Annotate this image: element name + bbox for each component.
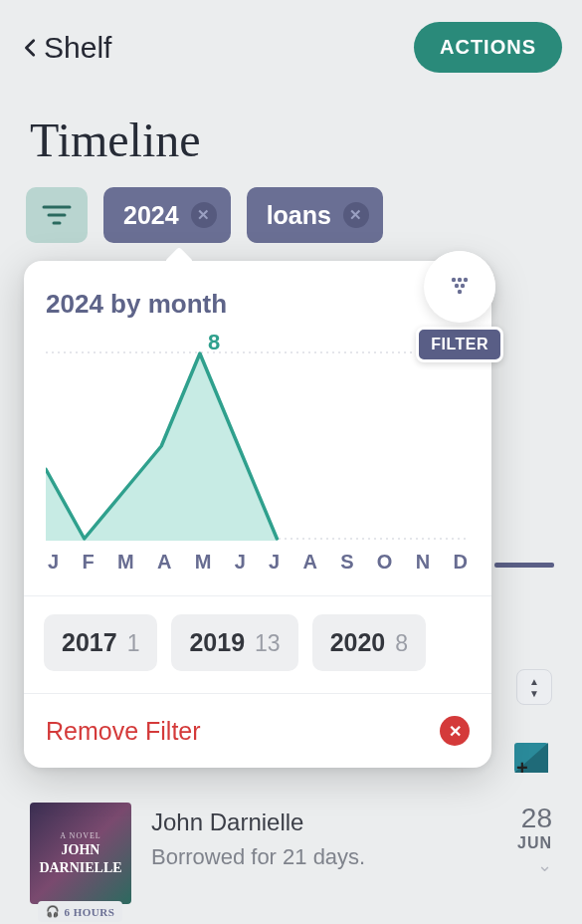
chip-label: 2024 [123,201,179,230]
axis-tick: J [269,551,280,574]
filter-chip-year[interactable]: 2024 ✕ [103,187,231,243]
filter-icon [42,203,72,227]
filter-badge[interactable]: FILTER [416,251,503,362]
popup-title: 2024 by month [46,289,470,320]
duration-badge: 🎧 6 HOURS [38,901,122,922]
stack-icon[interactable]: + [510,737,554,779]
axis-tick: S [340,551,353,574]
tab-underline [494,563,554,568]
axis-tick: J [235,551,246,574]
sort-toggle[interactable]: ▲ ▼ [516,669,552,705]
remove-filter-button[interactable]: Remove Filter ✕ [24,693,491,768]
mini-area-chart [46,351,470,541]
grapes-icon [447,274,473,300]
svg-point-8 [458,290,462,294]
year-chip-year: 2019 [189,628,245,657]
axis-tick: N [416,551,430,574]
chip-label: loans [267,201,331,230]
item-date: 28 JUN ⌄ [517,803,552,876]
axis-tick: M [117,551,134,574]
chip-remove-icon[interactable]: ✕ [343,202,369,228]
filter-chip-loans[interactable]: loans ✕ [247,187,383,243]
caret-up-icon: ▲ [529,676,539,687]
year-filter-popup: 2024 by month FILTER 8 JFMAMJJASO [24,261,491,768]
remove-filter-label: Remove Filter [46,717,201,746]
chevron-left-icon [20,32,42,64]
year-chip[interactable]: 20171 [44,614,157,671]
svg-point-6 [455,284,459,288]
back-label: Shelf [44,31,111,65]
year-chip-count: 1 [127,630,140,657]
axis-tick: A [157,551,171,574]
svg-point-5 [464,278,468,282]
back-button[interactable]: Shelf [20,31,111,65]
headphones-icon: 🎧 [46,905,61,918]
year-chip-count: 13 [255,630,281,657]
page-title: Timeline [0,83,582,187]
axis-tick: F [82,551,94,574]
svg-point-3 [452,278,456,282]
item-status: Borrowed for 21 days. [151,844,497,870]
chip-remove-icon[interactable]: ✕ [191,202,217,228]
axis-tick: M [195,551,212,574]
axis-tick: A [302,551,316,574]
axis-tick: J [48,551,59,574]
svg-text:+: + [516,757,528,779]
year-chip-count: 8 [395,630,408,657]
filter-badge-label: FILTER [416,327,503,362]
year-chip[interactable]: 201913 [171,614,297,671]
book-cover: A NOVEL JOHN DARNIELLE 🎧 6 HOURS [30,803,131,904]
timeline-item[interactable]: A NOVEL JOHN DARNIELLE 🎧 6 HOURS John Da… [30,803,552,904]
chart-axis-labels: JFMAMJJASOND [46,545,470,585]
year-list: 2017120191320208 [24,595,491,693]
year-chip-year: 2017 [62,628,117,657]
year-chip-year: 2020 [330,628,386,657]
svg-point-7 [461,284,465,288]
axis-tick: O [377,551,393,574]
actions-button[interactable]: ACTIONS [414,22,562,73]
axis-tick: D [453,551,467,574]
chevron-down-icon[interactable]: ⌄ [517,854,552,876]
caret-down-icon: ▼ [529,688,539,699]
filter-button[interactable] [26,187,88,243]
item-author: John Darnielle [151,808,497,836]
year-chip[interactable]: 20208 [312,614,426,671]
svg-point-4 [458,278,462,282]
close-icon: ✕ [440,716,470,746]
